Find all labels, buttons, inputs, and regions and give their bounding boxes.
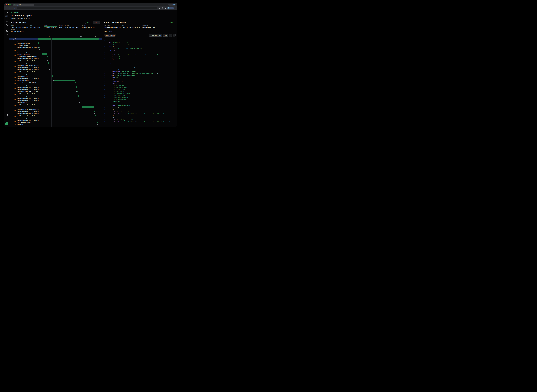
trace-row[interactable]: >_publish:user:insights:user_2VH6zowmh..… [9, 112, 102, 115]
share-icon[interactable] [6, 114, 8, 116]
event-search-icon[interactable] [6, 24, 8, 26]
span-bar[interactable] [39, 45, 39, 46]
browser-menu-icon[interactable]: ⋮ [174, 7, 176, 9]
trace-row[interactable]: >_generate-agent-ids-2 [9, 101, 102, 104]
span-bar[interactable] [80, 100, 80, 101]
event-collapse-chevron-icon[interactable] [104, 22, 105, 23]
trace-row[interactable]: >_publish:user:insights:user_2VH6zowmh..… [9, 51, 102, 53]
span-bar[interactable] [49, 64, 49, 66]
invoke-button[interactable]: Invoke [169, 21, 175, 24]
span-bar[interactable] [42, 53, 47, 55]
collapse-chevron-icon[interactable] [11, 22, 12, 23]
home-icon[interactable]: ⌂ [14, 7, 16, 9]
span-bar[interactable] [48, 60, 48, 61]
gemini-button[interactable]: Gemini [168, 4, 176, 6]
word-wrap-icon[interactable] [169, 34, 172, 37]
span-bar[interactable] [38, 42, 39, 44]
span-bar[interactable] [54, 80, 75, 81]
span-bar[interactable] [76, 84, 76, 86]
span-bar[interactable] [53, 78, 53, 79]
span-bar[interactable] [78, 93, 78, 94]
payload-json-viewer[interactable]: 1[2 {3 "id": "01KHRMPVZP0V977KAT2GP3ST7J… [102, 37, 177, 126]
span-bar[interactable] [95, 113, 95, 114]
span-bar[interactable] [81, 104, 81, 105]
panel-resize-handle[interactable] [102, 72, 102, 75]
tab-close-icon[interactable]: × [33, 4, 33, 5]
send-to-dev-server-button[interactable]: Send to Dev Server [149, 34, 162, 37]
span-bar[interactable] [52, 75, 53, 77]
env-badge[interactable]: DV [5, 15, 8, 18]
span-bar[interactable] [75, 82, 76, 84]
trace-row[interactable]: Insights Query Writer [9, 79, 102, 82]
dev-console-icon[interactable] [6, 34, 8, 35]
trace-row[interactable]: >_publish:user:insights:user_2VH6zowmh..… [9, 117, 102, 119]
trace-row[interactable]: >_publish:user:insights:user_2VH6zowmh..… [9, 99, 102, 101]
trace-row[interactable]: >_publish:user:insights:user_2VH6zowmh..… [9, 104, 102, 106]
trace-row[interactable]: >_publish:user:insights:user_2VH6zowmh..… [9, 68, 102, 71]
dev-tools-button[interactable]: </> [5, 122, 8, 125]
trace-row[interactable]: >_publish:user:insights:user_2VH6zowmh..… [9, 71, 102, 73]
span-bar[interactable] [38, 40, 38, 42]
span-bar[interactable] [96, 117, 96, 119]
trace-row[interactable]: Insights Event Matcher [9, 53, 102, 55]
trace-row[interactable]: >_generate-tool-part-id-c458648f-8d60-..… [9, 55, 102, 57]
span-bar[interactable] [97, 121, 97, 123]
help-icon[interactable]: ? [6, 117, 8, 119]
function-badge[interactable]: Insights SQL Agent [44, 26, 58, 28]
trace-row[interactable]: Finalization [9, 123, 102, 126]
tab-output[interactable]: Output [109, 31, 112, 33]
profile-chip[interactable]: Work [167, 7, 174, 9]
span-bar[interactable] [82, 106, 93, 108]
apps-icon[interactable] [6, 30, 8, 32]
bookmark-star-icon[interactable] [158, 7, 161, 9]
trace-row[interactable]: >_generate-agent-ids-1 [9, 75, 102, 77]
trace-row[interactable]: >_generate-agent-ids-0 [9, 49, 102, 51]
close-window-button[interactable] [6, 4, 7, 5]
trace-row[interactable]: >_publish:user:insights:user_2VH6zowmh..… [9, 110, 102, 112]
function-payload-button[interactable]: Function Payload [104, 34, 116, 37]
trace-row[interactable]: >_generate-target-channel [9, 42, 102, 44]
reload-icon[interactable]: ↻ [11, 7, 13, 9]
trace-row[interactable]: >_publish:user:insights:user_2VH6zowmh..… [9, 47, 102, 49]
tab-input[interactable]: Input [104, 31, 106, 33]
span-bar[interactable] [76, 86, 77, 88]
trace-row[interactable]: >_generate-tool-part-id-887aa111-5d4e-45… [9, 82, 102, 84]
trace-row[interactable]: >_publish:user:insights:user_2VH6zowmh..… [9, 66, 102, 68]
app-link[interactable]: insights-agent-client [30, 27, 41, 28]
span-bar[interactable] [51, 71, 51, 72]
span-bar[interactable] [48, 58, 48, 59]
span-bar[interactable] [79, 97, 79, 99]
tab-trace[interactable]: Trace [11, 33, 14, 35]
span-bar[interactable] [77, 89, 77, 90]
window-controls[interactable] [6, 4, 10, 5]
trace-run-row[interactable]: 40 Run [9, 38, 102, 40]
span-bar[interactable] [41, 51, 41, 53]
trace-row[interactable]: >_publish:user:insights:user_2VH6zowmh..… [9, 93, 102, 95]
expand-icon[interactable] [173, 34, 176, 37]
trace-row[interactable]: >_generate-text-part-id-9357e5f0-a530-4.… [9, 108, 102, 110]
trace-row[interactable]: >_publish:user:insights:user_2VH6zowmh..… [9, 119, 102, 121]
trace-row[interactable]: >_publish:user:insights:user_2VH6zowmh..… [9, 95, 102, 97]
span-bar[interactable] [50, 67, 50, 68]
url-text[interactable]: localhost:8288/run?runID=01KHRMPW77GVMAJ… [21, 7, 56, 9]
browser-tab[interactable]: Inngest Server × [13, 4, 34, 6]
extensions-icon[interactable] [161, 7, 164, 9]
trace-row[interactable]: Insights Summarizer [9, 106, 102, 108]
minimize-window-button[interactable] [8, 4, 9, 5]
trace-row[interactable]: >_generate-thread-id [9, 40, 102, 42]
span-bar[interactable] [94, 111, 95, 112]
span-bar[interactable] [77, 91, 78, 92]
forward-icon[interactable]: → [8, 7, 10, 9]
span-bar[interactable] [39, 47, 40, 48]
trace-row[interactable]: >_publish:user:insights:user_2VH6zowmh..… [9, 60, 102, 62]
cancel-button[interactable]: Cancel [93, 21, 100, 24]
copy-button[interactable]: Copy [163, 34, 168, 37]
trace-row[interactable]: >_capture-observability-data [9, 121, 102, 123]
span-bar[interactable] [40, 49, 40, 51]
scrollbar-thumb[interactable] [177, 51, 177, 62]
back-icon[interactable]: ← [5, 7, 8, 9]
trace-row[interactable]: >_publish:user:insights:user_2VH6zowmh..… [9, 86, 102, 88]
tab-search-icon[interactable] [164, 7, 167, 9]
trace-row[interactable]: >_publish:user:insights:user_2VH6zowmh..… [9, 88, 102, 90]
runs-list-icon[interactable] [6, 21, 8, 23]
